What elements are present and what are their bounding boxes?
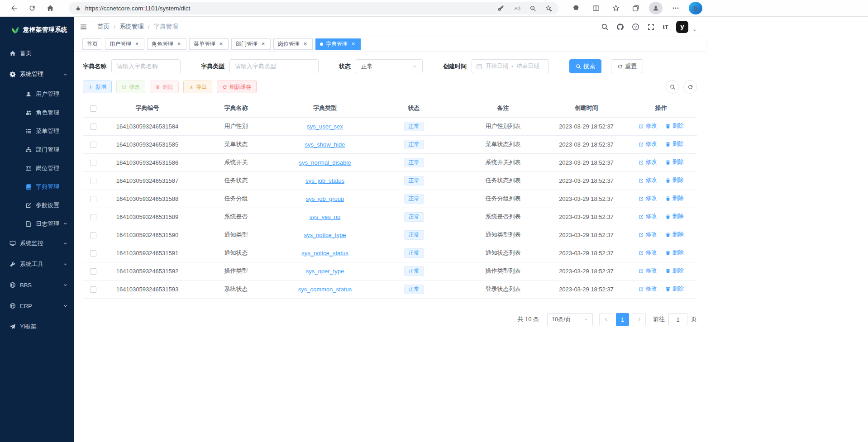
row-delete-button[interactable]: 删除 — [665, 213, 684, 220]
collections-icon[interactable] — [629, 2, 643, 14]
search-button[interactable]: 搜索 — [569, 59, 601, 73]
date-range-picker[interactable]: 开始日期 - 结束日期 — [472, 59, 549, 73]
extensions-icon[interactable] — [569, 2, 583, 14]
dict-type-link[interactable]: sys_notice_type — [304, 232, 346, 238]
row-edit-button[interactable]: 修改 — [639, 231, 657, 238]
row-checkbox[interactable] — [90, 196, 96, 202]
tab[interactable]: 岗位管理× — [273, 38, 313, 50]
sidebar-item[interactable]: 系统工具 — [0, 254, 74, 275]
row-checkbox[interactable] — [90, 160, 96, 166]
tab[interactable]: 首页 — [82, 38, 102, 50]
toggle-search-button[interactable] — [666, 80, 679, 94]
row-delete-button[interactable]: 删除 — [665, 249, 684, 257]
row-edit-button[interactable]: 修改 — [639, 249, 657, 257]
row-edit-button[interactable]: 修改 — [639, 267, 657, 275]
edit-button[interactable]: 修改 — [116, 81, 145, 93]
row-delete-button[interactable]: 删除 — [665, 195, 684, 202]
dict-type-link[interactable]: sys_common_status — [298, 286, 352, 293]
sidebar-item[interactable]: 系统管理 — [0, 64, 74, 85]
sidebar-item[interactable]: 字典管理 — [0, 177, 74, 196]
row-delete-button[interactable]: 删除 — [665, 158, 684, 166]
dict-type-link[interactable]: sys_yes_no — [310, 214, 341, 220]
fullscreen-icon[interactable] — [647, 23, 655, 31]
row-checkbox[interactable] — [90, 286, 96, 293]
sidebar-item[interactable]: 部门管理 — [0, 140, 74, 159]
add-button[interactable]: 新增 — [83, 81, 112, 93]
user-avatar-logo[interactable] — [676, 21, 688, 33]
tab[interactable]: 部门管理× — [231, 38, 271, 50]
breadcrumb-item[interactable]: 首页 — [97, 23, 110, 31]
sidebar-item[interactable]: 菜单管理 — [0, 122, 74, 140]
sidebar-item[interactable]: 首页 — [0, 43, 74, 64]
help-icon[interactable]: ? — [632, 23, 639, 31]
row-delete-button[interactable]: 删除 — [665, 285, 684, 293]
tab-close-icon[interactable]: × — [134, 41, 140, 47]
read-aloud-icon[interactable]: A — [514, 5, 520, 12]
delete-button[interactable]: 删除 — [150, 81, 179, 93]
refresh-cache-button[interactable]: 刷新缓存 — [217, 81, 257, 93]
row-delete-button[interactable]: 删除 — [665, 231, 684, 238]
tab[interactable]: 字典管理× — [315, 38, 361, 50]
browser-refresh-icon[interactable] — [24, 2, 40, 14]
tab-close-icon[interactable]: × — [350, 41, 356, 47]
row-edit-button[interactable]: 修改 — [639, 195, 657, 202]
tab[interactable]: 用户管理× — [105, 38, 144, 50]
row-checkbox[interactable] — [90, 124, 96, 130]
dict-type-link[interactable]: sys_job_group — [306, 195, 344, 202]
dict-name-input[interactable] — [111, 59, 181, 73]
row-delete-button[interactable]: 删除 — [665, 140, 684, 148]
sidebar-item[interactable]: 日志管理 — [0, 214, 74, 233]
row-edit-button[interactable]: 修改 — [639, 158, 657, 166]
reset-button[interactable]: 重置 — [611, 59, 643, 73]
github-icon[interactable] — [616, 23, 624, 31]
row-edit-button[interactable]: 修改 — [639, 285, 657, 293]
row-checkbox[interactable] — [90, 232, 96, 238]
password-key-icon[interactable] — [498, 5, 505, 12]
current-page-button[interactable]: 1 — [616, 313, 629, 326]
goto-page-input[interactable] — [668, 313, 687, 326]
select-all-checkbox[interactable] — [90, 105, 96, 112]
tab-close-icon[interactable]: × — [176, 41, 182, 47]
dict-type-link[interactable]: sys_user_sex — [307, 123, 343, 130]
refresh-table-button[interactable] — [683, 80, 697, 94]
row-delete-button[interactable]: 删除 — [665, 267, 684, 275]
dict-type-link[interactable]: sys_job_status — [305, 177, 344, 184]
text-size-icon[interactable] — [663, 24, 668, 30]
row-delete-button[interactable]: 删除 — [665, 122, 684, 130]
sidebar-item[interactable]: 参数设置 — [0, 196, 74, 214]
zoom-out-icon[interactable] — [529, 5, 536, 12]
bing-chat-icon[interactable] — [689, 2, 702, 14]
dict-type-link[interactable]: sys_show_hide — [305, 141, 345, 148]
breadcrumb-item[interactable]: 系统管理 — [119, 23, 144, 31]
status-select[interactable]: 正常 — [356, 59, 423, 73]
url-bar[interactable]: https://ccnetcore.com:1101/system/dict A — [69, 2, 558, 14]
row-checkbox[interactable] — [90, 250, 96, 257]
add-favorite-icon[interactable] — [545, 5, 552, 12]
row-checkbox[interactable] — [90, 214, 96, 220]
sidebar-item[interactable]: 用户管理 — [0, 85, 74, 103]
browser-home-icon[interactable] — [43, 2, 58, 14]
sidebar-toggle-icon[interactable] — [80, 23, 87, 31]
sidebar-item[interactable]: 岗位管理 — [0, 159, 74, 177]
split-screen-icon[interactable] — [589, 2, 603, 14]
row-edit-button[interactable]: 修改 — [639, 176, 657, 184]
header-search-icon[interactable] — [601, 23, 609, 31]
dict-type-link[interactable]: sys_normal_disable — [299, 159, 351, 166]
prev-page-button[interactable] — [599, 313, 612, 326]
avatar-caret-icon[interactable] — [692, 28, 697, 33]
next-page-button[interactable] — [633, 313, 646, 326]
browser-back-icon[interactable] — [6, 2, 22, 14]
row-delete-button[interactable]: 删除 — [665, 176, 684, 184]
dict-type-link[interactable]: sys_oper_type — [306, 268, 344, 275]
dict-type-link[interactable]: sys_notice_status — [301, 250, 348, 257]
favorites-icon[interactable] — [609, 2, 623, 14]
sidebar-item[interactable]: Yi框架 — [0, 316, 74, 337]
tab-close-icon[interactable]: × — [218, 41, 224, 47]
sidebar-item[interactable]: ERP — [0, 295, 74, 316]
tab-close-icon[interactable]: × — [302, 41, 308, 47]
row-edit-button[interactable]: 修改 — [639, 140, 657, 148]
row-checkbox[interactable] — [90, 268, 96, 275]
row-edit-button[interactable]: 修改 — [639, 213, 657, 220]
tab-close-icon[interactable]: × — [260, 41, 266, 47]
export-button[interactable]: 导出 — [183, 81, 212, 93]
